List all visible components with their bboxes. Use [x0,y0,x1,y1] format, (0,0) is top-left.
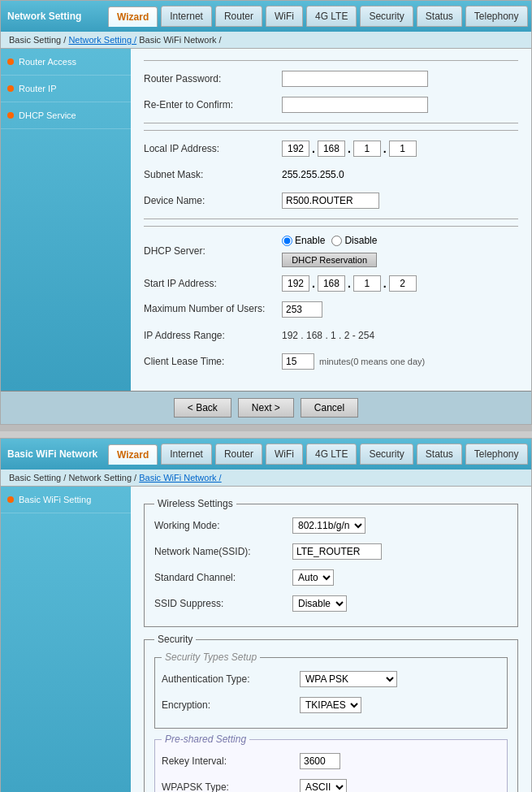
label-local-ip: Local IP Address: [144,143,282,154]
sidebar-item-basic-wifi[interactable]: Basic WiFi Setting [1,487,131,513]
ip-octet-3[interactable] [353,141,381,157]
tab-router-1[interactable]: Router [215,6,262,27]
label-subnet: Subnet Mask: [144,169,282,180]
sidebar-item-router-access[interactable]: Router Access [1,49,131,76]
tab-security-2[interactable]: Security [360,444,413,465]
tab-internet-1[interactable]: Internet [161,6,212,27]
ip-octet-2[interactable] [318,141,345,157]
label-wpapsk-type: WPAPSK Type: [162,781,300,792]
dot-dhcp [7,112,14,119]
row-password: Router Password: [144,69,518,89]
input-max-users[interactable] [282,301,322,318]
label-ip-range: IP Address Range: [144,330,282,341]
input-rekey[interactable] [300,753,340,769]
tab-status-1[interactable]: Status [417,6,462,27]
input-password[interactable] [282,71,428,87]
breadcrumb-1: Basic Setting / Network Setting / Basic … [1,32,531,49]
row-dhcp-server: DHCP Server: Enable Disable [144,235,518,267]
sidebar-label-router-ip: Router IP [19,84,56,93]
input-reenter-password[interactable] [282,97,428,113]
start-ip-dot-2: . [347,277,352,290]
ip-octet-4[interactable] [389,141,417,157]
row-lease-time: Client Lease Time: minutes(0 means one d… [144,352,518,371]
label-working-mode: Working Mode: [154,520,292,531]
dot-router-access [7,58,14,65]
select-ssid-suppress[interactable]: Disable Enable [292,595,347,612]
breadcrumb-part-0: Basic Setting / [9,35,66,45]
select-encryption[interactable]: TKIPAES TKIP AES [300,697,361,713]
start-ip-octet-2[interactable] [318,275,345,292]
tab-4glte-2[interactable]: 4G LTE [306,444,357,465]
sidebar-item-router-ip[interactable]: Router IP [1,76,131,102]
input-device-name[interactable] [282,193,379,209]
row-encryption: Encryption: TKIPAES TKIP AES [162,695,500,715]
dot-router-ip [7,85,14,92]
start-ip-octet-1[interactable] [282,275,309,292]
separator-1 [144,123,518,123]
tab-telephony-2[interactable]: Telephony [465,444,528,465]
separator-2 [144,219,518,219]
breadcrumb2-part-1[interactable]: Network Setting / [68,473,136,483]
dhcp-enable-radio[interactable] [282,236,292,246]
select-working-mode[interactable]: 802.11b/g/n 802.11b 802.11g 802.11n [292,517,365,534]
row-start-ip: Start IP Address: . . . [144,274,518,293]
label-password: Router Password: [144,73,282,84]
panel1-content: Router Access Router IP DHCP Service Rou… [1,49,531,391]
dhcp-reservation-button[interactable]: DHCP Reservation [282,253,377,267]
select-auth-type[interactable]: WPA PSK WPA2 PSK WEP None [300,671,397,687]
breadcrumb-part-2: Basic WiFi Network / [139,35,221,45]
start-ip-octet-3[interactable] [353,275,381,292]
select-channel[interactable]: Auto 1234 5678 91011 [292,569,334,586]
dhcp-disable-radio[interactable] [331,236,342,246]
label-dhcp-server: DHCP Server: [144,245,282,257]
dhcp-disable-label: Disable [331,235,377,246]
tab-internet-2[interactable]: Internet [161,444,212,465]
tab-wifi-2[interactable]: WiFi [266,444,303,465]
sidebar-label-router-access: Router Access [19,57,76,67]
row-local-ip: Local IP Address: . . . [144,139,518,158]
tab-wifi-1[interactable]: WiFi [266,6,303,27]
preshared-legend: Pre-shared Setting [162,734,249,745]
input-lease-time[interactable] [282,353,314,370]
security-legend: Security [154,634,196,645]
row-ip-range: IP Address Range: 192 . 168 . 1 . 2 - 25… [144,326,518,345]
row-ssid-suppress: SSID Suppress: Disable Enable [154,594,508,613]
sidebar-item-dhcp[interactable]: DHCP Service [1,102,131,129]
row-channel: Standard Channel: Auto 1234 5678 91011 [154,568,508,587]
cancel-button-1[interactable]: Cancel [301,398,358,418]
main-area-1: Router Password: Re-Enter to Confirm: Lo… [131,49,531,391]
tab-telephony-1[interactable]: Telephony [465,6,528,27]
gap [0,425,532,431]
tab-wizard-1[interactable]: Wizard [108,6,158,27]
sidebar-2: Basic WiFi Setting [1,487,131,792]
tab-4glte-1[interactable]: 4G LTE [306,6,357,27]
back-button-1[interactable]: < Back [174,398,231,418]
tab-wizard-2[interactable]: Wizard [108,444,158,465]
next-button-1[interactable]: Next > [238,398,294,418]
start-ip-dot-3: . [383,277,387,290]
start-ip-octet-4[interactable] [389,275,417,292]
ip-octet-1[interactable] [282,141,309,157]
security-fieldset: Security Security Types Setup Authentica… [144,634,518,792]
button-bar-1: < Back Next > Cancel [1,391,531,424]
tab-status-2[interactable]: Status [417,444,462,465]
subnet-mask-value: 255.255.255.0 [282,169,344,180]
input-ssid[interactable] [292,543,382,560]
label-lease-time: Client Lease Time: [144,356,282,367]
ip-dot-2: . [347,142,352,155]
nav-bar-1: Network Setting Wizard Internet Router W… [1,1,531,32]
label-encryption: Encryption: [162,699,300,711]
start-ip-dot-1: . [311,277,316,290]
select-wpapsk-type[interactable]: ASCII HEX [300,779,347,792]
tab-security-1[interactable]: Security [360,6,413,27]
dhcp-enable-label: Enable [282,235,325,246]
breadcrumb2-part-0: Basic Setting / [9,473,66,483]
label-max-users: Maximum Number of Users: [144,303,282,316]
row-device-name: Device Name: [144,191,518,210]
tab-router-2[interactable]: Router [215,444,262,465]
label-ssid-suppress: SSID Suppress: [154,598,292,609]
breadcrumb2-part-2[interactable]: Basic WiFi Network / [139,473,221,483]
sidebar-label-dhcp: DHCP Service [19,110,76,120]
security-types-fieldset: Security Types Setup Authentication Type… [154,651,508,729]
breadcrumb-part-1[interactable]: Network Setting / [68,35,136,45]
